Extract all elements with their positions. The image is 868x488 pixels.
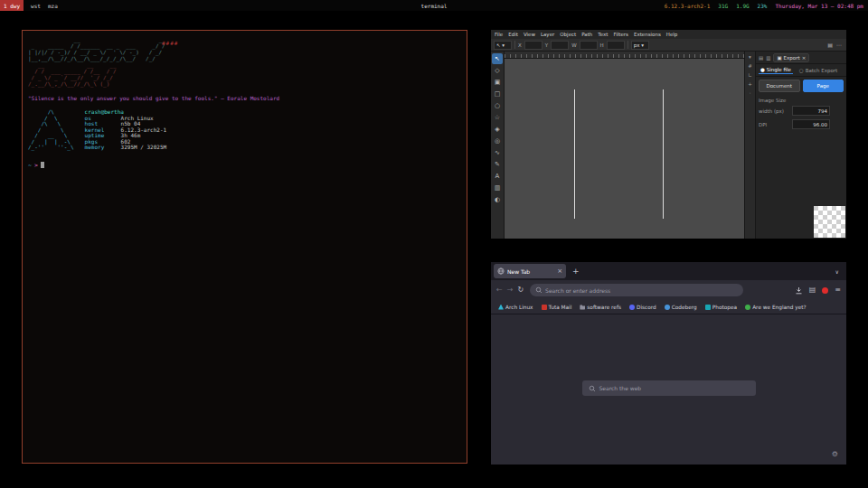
- ellipse-tool-icon[interactable]: ○: [492, 100, 503, 111]
- pen-tool-icon[interactable]: ✎: [492, 159, 503, 170]
- export-document-button[interactable]: Document: [759, 80, 800, 92]
- batch-export-label: Batch Export: [806, 68, 838, 73]
- gradient-tool-icon[interactable]: ▥: [492, 183, 503, 193]
- width-input[interactable]: 794: [792, 106, 830, 116]
- library-icon[interactable]: ▤: [809, 286, 816, 294]
- export-preview-checkerboard: [814, 206, 845, 238]
- terminal-window[interactable]: __ __ _ _____ / /______ __ _ ___ _/ / | …: [22, 30, 467, 464]
- list-all-tabs-icon[interactable]: ∨: [835, 268, 844, 275]
- snap-grid-icon[interactable]: #: [748, 63, 752, 69]
- bookmark-folder-software-refs[interactable]: software refs: [580, 305, 621, 310]
- export-tab-icon: ▣: [777, 55, 781, 61]
- units-dropdown[interactable]: px ▾: [631, 41, 649, 50]
- active-tab[interactable]: New Tab ×: [494, 264, 566, 278]
- box3d-tool-icon[interactable]: ◈: [492, 124, 503, 135]
- toolbar-right-icons: ▤ ≡: [795, 286, 841, 295]
- selector-tool-icon[interactable]: ↖: [492, 53, 503, 64]
- radio-icon: ●: [760, 67, 765, 72]
- forward-button[interactable]: →: [507, 286, 514, 294]
- back-button[interactable]: ←: [496, 286, 503, 294]
- text-tool-icon[interactable]: A: [492, 171, 503, 182]
- dock-icon-b[interactable]: ▥: [766, 55, 770, 61]
- bookmark-label: Photopea: [712, 305, 737, 310]
- menu-help[interactable]: Help: [666, 32, 678, 37]
- url-bar[interactable]: Search or enter address: [530, 284, 743, 296]
- menu-extensions[interactable]: Extensions: [634, 32, 661, 37]
- personalize-gear-icon[interactable]: ⚙: [832, 450, 838, 458]
- bookmark-arch-linux[interactable]: Arch Linux: [498, 305, 533, 310]
- menu-text[interactable]: Text: [598, 32, 608, 37]
- new-tab-search-input[interactable]: Search the web: [582, 380, 756, 396]
- node-editor-tool-icon[interactable]: ◇: [492, 65, 503, 76]
- downloads-icon[interactable]: [795, 286, 803, 295]
- bookmark-discord[interactable]: Discord: [629, 305, 656, 310]
- menu-edit[interactable]: Edit: [508, 32, 518, 37]
- pencil-tool-icon[interactable]: ∿: [492, 147, 503, 158]
- selection-mode-dropdown[interactable]: ↖ ▾: [494, 41, 512, 50]
- menu-object[interactable]: Object: [560, 32, 576, 37]
- statusbar-item-mza[interactable]: mza: [48, 3, 58, 9]
- terminal-content: __ __ _ _____ / /______ __ _ ___ _/ / | …: [23, 31, 467, 463]
- page-edge-right: [663, 89, 664, 219]
- image-size-section-title: Image Size: [756, 95, 846, 104]
- shape-builder-tool-icon[interactable]: ▣: [492, 77, 503, 88]
- bookmark-are-we-england-yet[interactable]: Are we England yet?: [745, 305, 807, 310]
- star-tool-icon[interactable]: ☆: [492, 112, 503, 123]
- export-page-button[interactable]: Page: [803, 80, 844, 92]
- menu-filters[interactable]: Filters: [613, 32, 628, 37]
- new-tab-button[interactable]: +: [572, 267, 580, 276]
- bookmark-photopea[interactable]: Photopea: [705, 305, 737, 310]
- toolbar-overflow-icon[interactable]: ⋯: [836, 42, 842, 48]
- menu-hamburger-icon[interactable]: ≡: [835, 286, 841, 294]
- bookmark-tuta-mail[interactable]: Tuta Mail: [542, 305, 572, 310]
- export-tab-close-icon[interactable]: ×: [802, 55, 807, 61]
- close-tab-icon[interactable]: ×: [557, 267, 562, 275]
- extension-red-dot-icon[interactable]: [822, 287, 828, 294]
- toolbar-extra-icon[interactable]: ▤: [827, 42, 833, 48]
- bookmark-codeberg[interactable]: Codeberg: [665, 305, 697, 310]
- menu-view[interactable]: View: [524, 32, 535, 37]
- inkscape-canvas[interactable]: [505, 59, 744, 239]
- new-tab-page: Search the web ⚙: [491, 314, 846, 465]
- focused-window-title: terminal: [421, 3, 448, 9]
- field-x-input[interactable]: [524, 41, 542, 50]
- single-file-tab[interactable]: ● Single file: [759, 66, 793, 74]
- batch-export-tab[interactable]: ○ Batch Export: [797, 66, 839, 74]
- shell-prompt[interactable]: ~>: [28, 162, 461, 169]
- rectangle-tool-icon[interactable]: □: [492, 89, 503, 99]
- inkscape-window[interactable]: File Edit View Layer Object Path Text Fi…: [491, 30, 846, 239]
- field-w-input[interactable]: [580, 41, 598, 50]
- export-width-row: width (px) 794: [756, 104, 846, 117]
- prompt-symbol: >: [34, 162, 38, 169]
- field-y-input[interactable]: [551, 41, 569, 50]
- snap-node-icon[interactable]: +: [748, 81, 752, 87]
- tab-title: New Tab: [507, 268, 530, 275]
- field-h-input[interactable]: [607, 41, 625, 50]
- menu-file[interactable]: File: [495, 32, 503, 37]
- export-dock-tab[interactable]: ▣ Export ×: [773, 53, 809, 62]
- statusbar-item-wst[interactable]: wst: [31, 3, 41, 9]
- inkscape-main-area: ↖ ◇ ▣ □ ○ ☆ ◈ ◎ ∿ ✎ A ▥ ◐: [491, 52, 846, 239]
- bookmark-label: Discord: [637, 305, 656, 310]
- firefox-window[interactable]: New Tab × + ∨ ← → ↻ Search or enter addr…: [491, 262, 846, 465]
- snap-angle-icon[interactable]: ∟: [748, 72, 752, 78]
- system-fetch-block: /\ / \ /\ \ / \ / __ \ / | | -\ /_-'' ''…: [28, 109, 461, 151]
- statusbar-status-area: 6.12.3-arch2-1 31G 1.9G 23% Thursday, Ma…: [665, 3, 868, 9]
- dpi-input[interactable]: 96.00: [792, 119, 830, 129]
- toolbar-separator: [514, 41, 515, 49]
- dock-icon-a[interactable]: ▤: [759, 55, 763, 61]
- search-placeholder: Search the web: [599, 385, 642, 391]
- menu-layer[interactable]: Layer: [541, 32, 554, 37]
- reload-button[interactable]: ↻: [517, 286, 524, 294]
- arch-logo-ascii: /\ / \ /\ \ / \ / __ \ / | | -\ /_-'' ''…: [28, 109, 74, 151]
- snap-point-icon[interactable]: ·: [750, 90, 751, 96]
- dropper-tool-icon[interactable]: ◐: [492, 194, 503, 205]
- fetch-row-memory: memory3295M / 32025M: [85, 145, 167, 151]
- spiral-tool-icon[interactable]: ◎: [492, 136, 503, 146]
- workspace-tag[interactable]: 1 dwy: [0, 0, 24, 11]
- bookmark-label: software refs: [587, 305, 621, 310]
- terminal-quote: "Silence is the only answer you should g…: [28, 95, 461, 101]
- snap-dropdown-icon[interactable]: ▾: [749, 54, 751, 60]
- menu-path[interactable]: Path: [581, 32, 592, 37]
- bookmarks-bar: Arch Linux Tuta Mail software refs Disco…: [491, 300, 846, 314]
